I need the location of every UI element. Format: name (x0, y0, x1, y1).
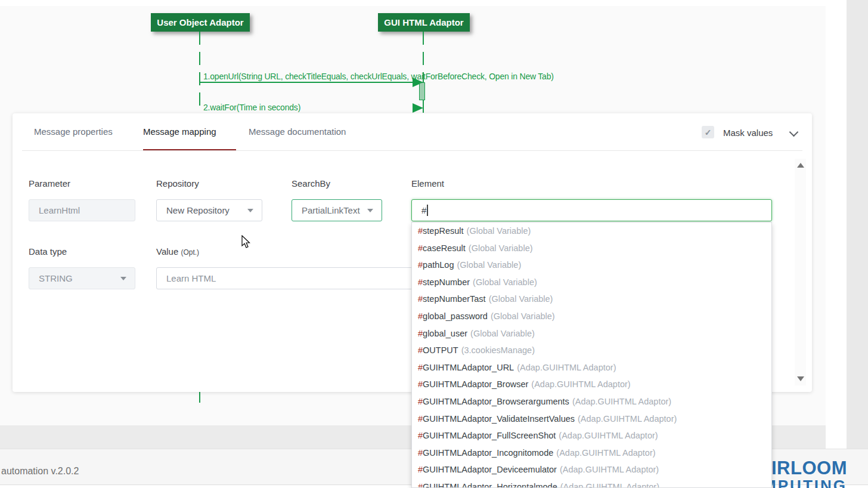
actor-user-object-adaptor: User Object Adaptor (151, 13, 250, 32)
autocomplete-item[interactable]: #stepNumber(Global Variable) (412, 274, 771, 291)
autocomplete-item[interactable]: #GUIHTMLAdaptor_Browserarguments(Adap.GU… (412, 393, 771, 410)
hash-prefix: # (418, 363, 423, 372)
text-cursor (427, 205, 428, 216)
autocomplete-item[interactable]: #GUIHTMLAdaptor_ValidateInsertValues(Ada… (412, 410, 771, 428)
value-opt-label: (Opt.) (181, 248, 199, 257)
lifeline-user-object-adaptor (199, 390, 200, 410)
right-gray-strip (847, 0, 868, 449)
tab-divider (22, 150, 802, 151)
element-value: # (421, 205, 426, 215)
autocomplete-item[interactable]: #pathLog(Global Variable) (412, 257, 771, 274)
variable-name: GUIHTMLAdaptor_Horizontalmode (423, 482, 557, 488)
variable-name: stepNumberTast (423, 294, 486, 304)
actor-label: User Object Adaptor (157, 17, 243, 27)
variable-source-hint: (Global Variable) (473, 277, 537, 287)
variable-name: stepResult (423, 226, 464, 236)
repository-value: New Repository (166, 205, 230, 215)
variable-name: stepNumber (423, 277, 470, 287)
variable-autocomplete-dropdown: #stepResult(Global Variable)#caseResult(… (411, 222, 772, 488)
variable-name: pathLog (423, 260, 454, 270)
hash-prefix: # (418, 448, 423, 458)
variable-source-hint: (Global Variable) (491, 311, 555, 321)
checkmark-icon: ✓ (705, 128, 712, 137)
variable-source-hint: (Global Variable) (469, 243, 533, 253)
tab-message-mapping[interactable]: Message mapping (143, 126, 216, 137)
message-openurl: 1.openUrl(String URL, checkTitleEquals, … (203, 72, 554, 81)
datatype-select[interactable]: STRING (29, 267, 135, 289)
autocomplete-item[interactable]: #global_password(Global Variable) (412, 308, 771, 325)
autocomplete-item[interactable]: #stepNumberTast(Global Variable) (412, 291, 771, 308)
element-input[interactable]: # (411, 199, 772, 221)
caret-down-icon (247, 209, 253, 212)
element-label: Element (411, 178, 444, 189)
message-waitfor: 2.waitFor(Time in seconds) (203, 103, 300, 112)
parameter-input[interactable]: LearnHtml (29, 199, 135, 221)
active-tab-underline (143, 149, 236, 150)
app-version: automation v.2.0.2 (1, 466, 79, 477)
hash-prefix: # (418, 465, 423, 474)
autocomplete-item[interactable]: #GUIHTMLAdaptor_Deviceemulator(Adap.GUIH… (412, 461, 771, 478)
panel-scrollbar[interactable] (795, 159, 806, 385)
variable-source-hint: (Global Variable) (489, 294, 553, 304)
mask-values-checkbox[interactable]: ✓ (702, 126, 714, 138)
tab-message-properties[interactable]: Message properties (34, 126, 113, 137)
autocomplete-item[interactable]: #GUIHTMLAdaptor_Horizontalmode(Adap.GUIH… (412, 478, 771, 488)
hash-prefix: # (418, 379, 423, 389)
variable-name: GUIHTMLAdaptor_Incognitomode (423, 448, 553, 458)
variable-name: global_user (423, 329, 467, 338)
hash-prefix: # (418, 294, 423, 304)
searchby-select[interactable]: PartialLinkText (292, 199, 382, 221)
searchby-value: PartialLinkText (302, 205, 360, 215)
variable-name: GUIHTMLAdaptor_ValidateInsertValues (423, 414, 575, 424)
variable-name: GUIHTMLAdaptor_Deviceemulator (423, 465, 557, 474)
hash-prefix: # (418, 277, 423, 287)
variable-source-hint: (Adap.GUIHTML Adaptor) (531, 379, 630, 389)
tab-message-documentation[interactable]: Message documentation (249, 126, 346, 137)
lifeline-user-object-adaptor (199, 32, 200, 112)
repository-select[interactable]: New Repository (156, 199, 262, 221)
variable-name: caseResult (423, 243, 466, 253)
variable-source-hint: (Adap.GUIHTML Adaptor) (517, 363, 616, 372)
autocomplete-item[interactable]: #global_user(Global Variable) (412, 325, 771, 342)
repository-label: Repository (156, 178, 199, 189)
value-value: Learn HTML (166, 273, 216, 283)
variable-source-hint: (Global Variable) (467, 226, 531, 236)
hash-prefix: # (418, 260, 423, 270)
caret-down-icon (367, 209, 373, 212)
actor-label: GUI HTML Adaptor (384, 17, 463, 27)
autocomplete-item[interactable]: #GUIHTMLAdaptor_FullScreenShot(Adap.GUIH… (412, 427, 771, 444)
variable-source-hint: (Global Variable) (457, 260, 522, 270)
hash-prefix: # (418, 329, 423, 338)
variable-name: global_password (423, 311, 488, 321)
scroll-up-icon[interactable] (797, 163, 804, 168)
caret-down-icon (120, 277, 126, 280)
autocomplete-item[interactable]: #OUTPUT(3.cookiesManage) (412, 342, 771, 359)
variable-source-hint: (Adap.GUIHTML Adaptor) (560, 465, 659, 474)
searchby-label: SearchBy (292, 178, 330, 189)
value-label: Value (Opt.) (156, 246, 199, 257)
hash-prefix: # (418, 311, 423, 321)
variable-source-hint: (Adap.GUIHTML Adaptor) (572, 397, 671, 406)
datatype-label: Data type (29, 246, 67, 257)
hash-prefix: # (418, 431, 423, 440)
autocomplete-item[interactable]: #GUIHTMLAdaptor_Browser(Adap.GUIHTML Ada… (412, 376, 771, 393)
autocomplete-item[interactable]: #stepResult(Global Variable) (412, 223, 771, 240)
scroll-down-icon[interactable] (797, 376, 804, 381)
variable-source-hint: (Global Variable) (470, 329, 535, 338)
autocomplete-item[interactable]: #GUIHTMLAdaptor_URL(Adap.GUIHTML Adaptor… (412, 359, 771, 376)
autocomplete-item[interactable]: #caseResult(Global Variable) (412, 240, 771, 257)
arrowhead-icon (413, 103, 423, 113)
variable-name: OUTPUT (423, 345, 458, 355)
chevron-down-icon[interactable] (789, 128, 799, 137)
hash-prefix: # (418, 414, 423, 424)
variable-name: GUIHTMLAdaptor_Browser (423, 379, 528, 389)
message-arrow-line (200, 82, 413, 83)
variable-source-hint: (Adap.GUIHTML Adaptor) (578, 414, 677, 424)
variable-source-hint: (Adap.GUIHTML Adaptor) (559, 431, 658, 440)
hash-prefix: # (418, 226, 423, 236)
top-band (0, 0, 868, 6)
activation-bar (419, 82, 425, 100)
autocomplete-item[interactable]: #GUIHTMLAdaptor_Incognitomode(Adap.GUIHT… (412, 444, 771, 462)
datatype-value: STRING (39, 273, 73, 283)
actor-gui-html-adaptor: GUI HTML Adaptor (378, 13, 470, 32)
